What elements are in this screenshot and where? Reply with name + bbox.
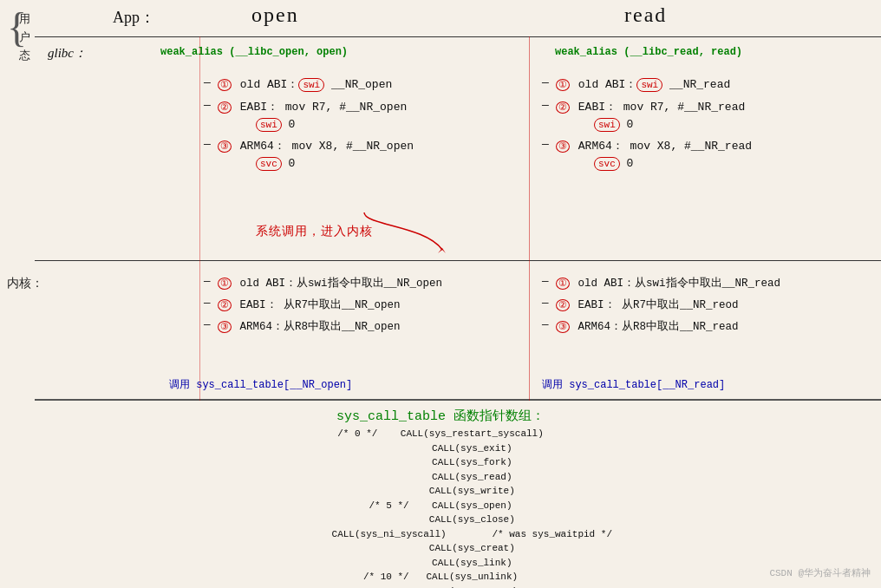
svc-box-read: svc bbox=[594, 157, 620, 171]
swi-box-open-1: swi bbox=[298, 78, 324, 92]
syscall-link-read: 调用 sys_call_table[__NR_read] bbox=[542, 377, 725, 392]
swi-box-open-2: swi bbox=[256, 118, 282, 132]
swi-box-read-2: swi bbox=[594, 118, 620, 132]
bottom-section: sys_call_table 函数指针数组： /* 0 */ CALL(sys_… bbox=[0, 403, 881, 588]
app-read-title: read bbox=[624, 3, 667, 27]
kernel-open-entries: — ① old ABI：从swi指令中取出__NR_open — ② EABI：… bbox=[204, 276, 442, 341]
read-abi-row-3b: svc 0 bbox=[542, 157, 752, 170]
swi-box-read-1: swi bbox=[636, 78, 662, 92]
glibc-read: weak_alias (__libc_read, read) bbox=[555, 46, 742, 58]
app-open-title: open bbox=[251, 3, 299, 27]
read-abi-row-1: — ① old ABI：swi __NR_read bbox=[542, 76, 752, 92]
page: { 用 户 态 App： open read glibc： weak_alias… bbox=[0, 0, 881, 588]
user-label: 用 户 态 bbox=[19, 10, 30, 64]
kernel-read-row-3: — ③ ARM64：从R8中取出__NR_read bbox=[542, 319, 780, 334]
svg-marker-0 bbox=[438, 248, 446, 253]
open-abi-row-1: — ① old ABI：swi __NR_open bbox=[204, 76, 414, 92]
read-abi-entries: — ① old ABI：swi __NR_read — ② EABI： mov … bbox=[542, 76, 752, 170]
syscall-table-title: sys_call_table 函数指针数组： bbox=[0, 403, 881, 427]
kernel-open-row-3: — ③ ARM64：从R8中取出__NR_open bbox=[204, 319, 442, 334]
glibc-label: glibc： bbox=[48, 45, 87, 62]
syscall-link-open: 调用 sys_call_table[__NR_open] bbox=[169, 377, 352, 392]
v-line-left bbox=[199, 36, 200, 401]
read-abi-row-2: — ② EABI： mov R7, #__NR_read bbox=[542, 99, 752, 114]
open-abi-row-2: — ② EABI： mov R7, #__NR_open bbox=[204, 99, 414, 114]
kernel-read-entries: — ① old ABI：从swi指令中取出__NR_read — ② EABI：… bbox=[542, 276, 780, 341]
watermark: CSDN @华为奋斗者精神 bbox=[769, 566, 871, 579]
v-line-center bbox=[529, 36, 530, 401]
open-abi-entries: — ① old ABI：swi __NR_open — ② EABI： mov … bbox=[204, 76, 414, 170]
open-abi-row-3: — ③ ARM64： mov X8, #__NR_open bbox=[204, 138, 414, 154]
open-abi-row-3b: svc 0 bbox=[204, 157, 414, 170]
kernel-read-row-2: — ② EABI： 从R7中取出__NR_reod bbox=[542, 297, 780, 312]
h-line-top bbox=[35, 36, 881, 37]
arrow-svg bbox=[356, 208, 460, 256]
kernel-label: 内核： bbox=[7, 276, 43, 291]
glibc-open: weak_alias (__libc_open, open) bbox=[160, 46, 348, 58]
app-label: App： bbox=[113, 7, 155, 28]
kernel-read-row-1: — ① old ABI：从swi指令中取出__NR_read bbox=[542, 276, 780, 291]
h-line-middle bbox=[35, 260, 881, 261]
syscall-table-code: /* 0 */ CALL(sys_restart_syscall) CALL(s… bbox=[0, 427, 881, 588]
svc-box-open: svc bbox=[256, 157, 282, 171]
kernel-open-row-1: — ① old ABI：从swi指令中取出__NR_open bbox=[204, 276, 442, 291]
read-abi-row-2b: swi 0 bbox=[542, 118, 752, 131]
open-abi-row-2b: swi 0 bbox=[204, 118, 414, 131]
h-line-bottom bbox=[35, 399, 881, 401]
kernel-open-row-2: — ② EABI： 从R7中取出__NR_open bbox=[204, 297, 442, 312]
read-abi-row-3: — ③ ARM64： mov X8, #__NR_read bbox=[542, 138, 752, 154]
circle-1-open: ① bbox=[218, 79, 232, 91]
